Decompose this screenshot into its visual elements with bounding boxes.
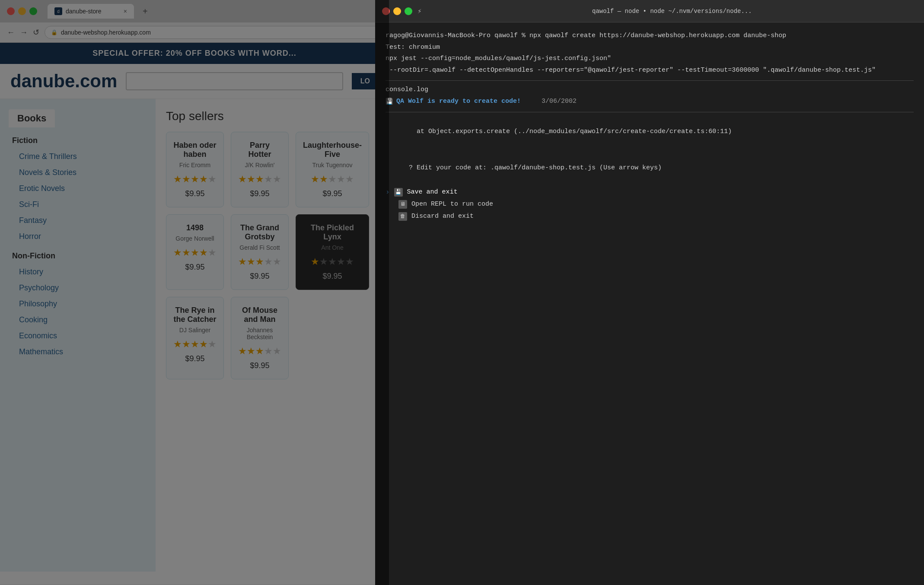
back-button[interactable]: ← <box>7 28 15 37</box>
terminal-qa-wolf-line: 💾 QA Wolf is ready to create code! 3/06/… <box>386 97 914 107</box>
terminal-qa-wolf-message: QA Wolf is ready to create code! <box>396 97 521 107</box>
book-author: DJ Salinger <box>173 327 217 334</box>
minimize-window-button[interactable] <box>18 7 26 15</box>
book-stars: ★★★★★ <box>173 247 217 258</box>
sidebar-item-mathematics[interactable]: Mathematics <box>12 344 147 360</box>
book-card-7[interactable]: The Pickled Lynx Ant One ★★★★★ $9.95 <box>296 214 369 290</box>
book-price: $9.95 <box>238 272 281 281</box>
sidebar: Books Fiction Crime & Thrillers Novels &… <box>0 99 156 572</box>
book-price: $9.95 <box>238 189 281 198</box>
fiction-subsection: Crime & Thrillers Novels & Stories Eroti… <box>12 149 147 245</box>
trash-icon: 🗑 <box>398 212 407 221</box>
book-author: Johannes Beckstein <box>238 327 281 340</box>
url-text: danube-webshop.herokuapp.com <box>61 29 151 36</box>
sidebar-item-novels-stories[interactable]: Novels & Stories <box>12 165 147 181</box>
terminal-menu-save[interactable]: › 💾 Save and exit <box>386 186 914 198</box>
book-card-3[interactable]: Laughterhouse-Five Truk Tugennov ★★★★★ $… <box>296 132 369 207</box>
terminal-title: qawolf — node • node ~/.nvm/versions/nod… <box>427 8 917 15</box>
search-input[interactable] <box>126 72 343 90</box>
menu-save-label: Save and exit <box>407 188 458 196</box>
main-content: Top sellers Haben oder haben Fric Eromm … <box>156 99 389 572</box>
sidebar-item-erotic-novels[interactable]: Erotic Novels <box>12 181 147 197</box>
book-stars: ★★★★★ <box>238 346 281 357</box>
save-icon: 💾 <box>394 188 403 197</box>
sidebar-item-philosophy[interactable]: Philosophy <box>12 296 147 312</box>
book-stars: ★★★★★ <box>303 174 362 185</box>
book-stars: ★★★★★ <box>303 256 362 267</box>
book-card-5[interactable]: 1498 Gorge Norwell ★★★★★ $9.95 <box>166 214 224 290</box>
terminal-divider <box>386 80 914 81</box>
terminal-menu-repl[interactable]: 🖥 Open REPL to run code <box>386 198 914 210</box>
book-card-2[interactable]: Parry Hotter J/K Rowlin' ★★★★★ $9.95 <box>231 132 289 207</box>
login-button[interactable]: LO <box>352 73 379 89</box>
book-price: $9.95 <box>173 263 217 272</box>
book-author: Fric Eromm <box>173 162 217 169</box>
sidebar-item-scifi[interactable]: Sci-Fi <box>12 197 147 213</box>
book-title: The Rye in the Catcher <box>173 306 217 324</box>
arrow-icon: › <box>386 188 390 196</box>
fullscreen-window-button[interactable] <box>29 7 37 15</box>
new-tab-button[interactable]: + <box>143 6 148 16</box>
browser-titlebar: d danube-store × + <box>0 0 389 22</box>
refresh-button[interactable]: ↺ <box>33 28 39 37</box>
nonfiction-subsection: History Psychology Philosophy Cooking Ec… <box>12 264 147 360</box>
terminal-line-prompt: ragog@Giovannis-MacBook-Pro qawolf % npx… <box>386 31 914 41</box>
book-title: The Pickled Lynx <box>303 223 362 242</box>
terminal-body[interactable]: ragog@Giovannis-MacBook-Pro qawolf % npx… <box>375 22 924 585</box>
book-stars: ★★★★★ <box>173 339 217 350</box>
terminal-line-jest: npx jest --config=node_modules/qawolf/js… <box>386 54 914 64</box>
url-input[interactable]: 🔒 danube-webshop.herokuapp.com <box>45 26 382 39</box>
book-stars: ★★★★★ <box>238 256 281 267</box>
book-card-10[interactable]: Of Mouse and Man Johannes Beckstein ★★★★… <box>231 297 289 379</box>
book-stars: ★★★★★ <box>173 174 217 185</box>
sidebar-item-cooking[interactable]: Cooking <box>12 312 147 328</box>
tab-close-button[interactable]: × <box>124 8 127 15</box>
store-page: SPECIAL OFFER: 20% OFF BOOKS WITH WORD..… <box>0 43 389 585</box>
sidebar-item-crime-thrillers[interactable]: Crime & Thrillers <box>12 149 147 165</box>
nonfiction-section-title: Non-Fiction <box>12 251 147 261</box>
book-title: 1498 <box>173 223 217 232</box>
terminal-fullscreen-button[interactable] <box>405 7 412 15</box>
store-header: danube.com LO <box>0 64 389 99</box>
books-tab[interactable]: Books <box>9 109 55 127</box>
store-banner: SPECIAL OFFER: 20% OFF BOOKS WITH WORD..… <box>0 43 389 64</box>
book-author: Gerald Fi Scott <box>238 244 281 251</box>
book-title: Haben oder haben <box>173 141 217 159</box>
terminal-menu-discard[interactable]: 🗑 Discard and exit <box>386 210 914 223</box>
terminal-close-button[interactable] <box>382 7 390 15</box>
book-price: $9.95 <box>173 354 217 363</box>
sidebar-item-fantasy[interactable]: Fantasy <box>12 213 147 229</box>
terminal-divider-2 <box>386 112 914 112</box>
sidebar-item-history[interactable]: History <box>12 264 147 280</box>
menu-repl-label: Open REPL to run code <box>411 200 493 208</box>
book-title: Laughterhouse-Five <box>303 141 362 159</box>
book-card-6[interactable]: The Grand Grotsby Gerald Fi Scott ★★★★★ … <box>231 214 289 290</box>
book-price: $9.95 <box>303 189 362 198</box>
terminal-line-test: Test: chromium <box>386 43 914 53</box>
book-author: Gorge Norwell <box>173 235 217 242</box>
repl-icon: 🖥 <box>398 200 407 209</box>
terminal-minimize-button[interactable] <box>393 7 401 15</box>
menu-discard-label: Discard and exit <box>411 213 474 220</box>
forward-button[interactable]: → <box>20 28 28 37</box>
book-card-9[interactable]: The Rye in the Catcher DJ Salinger ★★★★★… <box>166 297 224 379</box>
fiction-section-title: Fiction <box>12 136 147 145</box>
book-author: Ant One <box>303 244 362 251</box>
sidebar-item-economics[interactable]: Economics <box>12 328 147 344</box>
browser-tab[interactable]: d danube-store × <box>48 4 134 19</box>
book-author: J/K Rowlin' <box>238 162 281 169</box>
terminal-question-line: ? Edit your code at: .qawolf/danube-shop… <box>386 153 914 183</box>
book-title: Of Mouse and Man <box>238 306 281 324</box>
close-window-button[interactable] <box>7 7 15 15</box>
book-price: $9.95 <box>303 272 362 281</box>
book-price: $9.95 <box>238 361 281 370</box>
sidebar-item-psychology[interactable]: Psychology <box>12 280 147 296</box>
terminal-window: ⚡ qawolf — node • node ~/.nvm/versions/n… <box>375 0 924 585</box>
terminal-console-log-label: console.log <box>386 86 914 93</box>
sidebar-item-horror[interactable]: Horror <box>12 229 147 245</box>
top-sellers-title: Top sellers <box>166 109 379 123</box>
book-card-1[interactable]: Haben oder haben Fric Eromm ★★★★★ $9.95 <box>166 132 224 207</box>
terminal-app-icon: ⚡ <box>417 7 422 16</box>
book-title: Parry Hotter <box>238 141 281 159</box>
spacer2 <box>386 213 394 220</box>
